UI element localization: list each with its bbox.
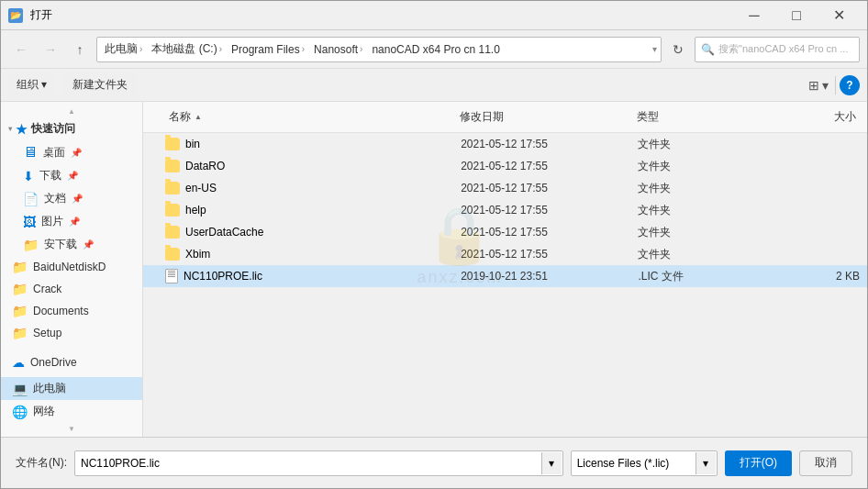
forward-button[interactable]: → bbox=[38, 37, 63, 62]
file-cell-bin-type: 文件夹 bbox=[638, 137, 785, 152]
main-content: ▲ ▾ ★ 快速访问 🖥 桌面 📌 ⬇ 下载 📌 📄 bbox=[1, 102, 867, 437]
back-button[interactable]: ← bbox=[8, 37, 34, 62]
sidebar-down-arrow: ▼ bbox=[68, 425, 75, 433]
maximize-button[interactable]: □ bbox=[775, 1, 818, 30]
file-row-dataro[interactable]: DataRO 2021-05-12 17:55 文件夹 bbox=[143, 155, 867, 177]
quick-access-star-icon: ★ bbox=[16, 122, 28, 137]
file-row-xbim[interactable]: Xbim 2021-05-12 17:55 文件夹 bbox=[143, 243, 867, 265]
file-cell-userdatacache-date: 2021-05-12 17:55 bbox=[461, 226, 638, 239]
sidebar-item-this-computer[interactable]: 💻 此电脑 bbox=[1, 377, 142, 400]
breadcrumb-sep-2: › bbox=[219, 44, 222, 54]
file-name-xbim: Xbim bbox=[185, 248, 210, 261]
desktop-pin-icon: 📌 bbox=[71, 148, 82, 158]
file-row-bin[interactable]: bin 2021-05-12 17:55 文件夹 bbox=[143, 133, 867, 155]
breadcrumb-sep-1: › bbox=[139, 44, 142, 54]
breadcrumb-sep-3: › bbox=[302, 44, 305, 54]
breadcrumb-program-files-label: Program Files bbox=[231, 43, 300, 56]
sidebar-item-baidu-label: BaiduNetdiskD bbox=[33, 261, 106, 273]
open-button[interactable]: 打开(O) bbox=[725, 450, 792, 476]
filename-label: 文件名(N): bbox=[16, 455, 67, 471]
column-name-header[interactable]: 名称 ▲ bbox=[165, 106, 456, 128]
file-cell-userdatacache-type: 文件夹 bbox=[638, 225, 785, 240]
breadcrumb-bar: 此电脑 › 本地磁盘 (C:) › Program Files › Nanoso… bbox=[96, 37, 662, 62]
breadcrumb-nanocad[interactable]: nanoCAD x64 Pro cn 11.0 bbox=[368, 41, 503, 58]
sidebar-scroll-up: ▲ bbox=[1, 106, 142, 117]
breadcrumb-program-files[interactable]: Program Files › bbox=[228, 41, 308, 58]
breadcrumb-nanocad-label: nanoCAD x64 Pro cn 11.0 bbox=[372, 43, 499, 56]
open-dialog: 📂 打开 ─ □ ✕ ← → ↑ 此电脑 › 本地磁盘 (C:) › Progr… bbox=[0, 0, 868, 489]
breadcrumb-c-drive[interactable]: 本地磁盘 (C:) › bbox=[148, 39, 226, 59]
column-name-label: 名称 bbox=[169, 109, 191, 125]
sidebar-item-an-download-label: 安下载 bbox=[44, 237, 77, 252]
file-row-nc110proe[interactable]: NC110PROE.lic 2019-10-21 23:51 .LIC 文件 2… bbox=[143, 265, 867, 287]
help-button[interactable]: ? bbox=[840, 75, 860, 95]
organize-label: 组织 ▾ bbox=[17, 77, 47, 93]
sidebar-item-an-download[interactable]: 📁 安下载 📌 bbox=[1, 233, 142, 256]
view-toggle-button[interactable]: ⊞ ▾ bbox=[806, 72, 831, 98]
organize-button[interactable]: 组织 ▾ bbox=[8, 72, 55, 97]
sidebar-item-downloads[interactable]: ⬇ 下载 📌 bbox=[1, 164, 142, 187]
file-cell-nc110proe-size: 2 KB bbox=[785, 270, 860, 283]
file-row-en-us[interactable]: en-US 2021-05-12 17:55 文件夹 bbox=[143, 177, 867, 199]
setup-icon: 📁 bbox=[12, 326, 28, 340]
column-size-header[interactable]: 大小 bbox=[782, 106, 860, 128]
breadcrumb-dropdown-arrow[interactable]: ▾ bbox=[652, 44, 657, 54]
file-name-help: help bbox=[185, 204, 206, 217]
file-list: bin 2021-05-12 17:55 文件夹 DataRO 2021-05-… bbox=[143, 133, 867, 437]
file-area: 名称 ▲ 修改日期 类型 大小 bbox=[143, 102, 867, 437]
file-name-bin: bin bbox=[185, 138, 200, 150]
sidebar-up-arrow: ▲ bbox=[68, 107, 75, 116]
folder-icon-bin bbox=[165, 138, 180, 150]
sidebar-scroll-down: ▼ bbox=[1, 423, 142, 435]
up-button[interactable]: ↑ bbox=[67, 37, 93, 62]
sidebar-spacer bbox=[1, 344, 142, 351]
action-buttons: 打开(O) 取消 bbox=[725, 450, 852, 476]
quick-access-label: 快速访问 bbox=[31, 121, 75, 137]
baidu-icon: 📁 bbox=[12, 260, 28, 274]
sidebar-quick-access-header[interactable]: ▾ ★ 快速访问 bbox=[1, 117, 142, 140]
filetype-select[interactable]: License Files (*.lic) bbox=[571, 450, 718, 476]
minimize-button[interactable]: ─ bbox=[733, 1, 775, 30]
file-cell-bin-date: 2021-05-12 17:55 bbox=[461, 138, 638, 150]
sidebar-item-documents[interactable]: 📄 文档 📌 bbox=[1, 187, 142, 210]
title-bar: 📂 打开 ─ □ ✕ bbox=[1, 1, 867, 30]
sidebar-item-crack[interactable]: 📁 Crack bbox=[1, 278, 142, 300]
sidebar-item-onedrive[interactable]: ☁ OneDrive bbox=[1, 351, 142, 373]
breadcrumb-computer[interactable]: 此电脑 › bbox=[101, 39, 146, 59]
sidebar-item-pictures-label: 图片 bbox=[41, 214, 63, 229]
sort-arrow: ▲ bbox=[195, 113, 202, 121]
filename-input[interactable] bbox=[74, 450, 563, 476]
cancel-button[interactable]: 取消 bbox=[799, 450, 852, 476]
file-row-help[interactable]: help 2021-05-12 17:55 文件夹 bbox=[143, 199, 867, 221]
sidebar-item-downloads-label: 下载 bbox=[39, 168, 61, 183]
sidebar-item-setup[interactable]: 📁 Setup bbox=[1, 322, 142, 344]
filename-dropdown-button[interactable]: ▾ bbox=[541, 452, 562, 474]
breadcrumb-nanosoft-label: Nanosoft bbox=[314, 43, 358, 56]
sidebar: ▲ ▾ ★ 快速访问 🖥 桌面 📌 ⬇ 下载 📌 📄 bbox=[1, 102, 143, 437]
file-cell-bin-name: bin bbox=[165, 138, 461, 150]
downloads-pin-icon: 📌 bbox=[67, 171, 78, 181]
bottom-bar: 文件名(N): ▾ License Files (*.lic) ▾ 打开(O) … bbox=[1, 437, 867, 488]
filetype-select-wrap: License Files (*.lic) ▾ bbox=[571, 450, 718, 476]
sidebar-item-pictures[interactable]: 🖼 图片 📌 bbox=[1, 210, 142, 233]
toolbar-divider bbox=[835, 76, 836, 94]
sidebar-item-baidu[interactable]: 📁 BaiduNetdiskD bbox=[1, 256, 142, 278]
breadcrumb-nanosoft[interactable]: Nanosoft › bbox=[310, 41, 366, 58]
search-box[interactable]: 🔍 搜索"nanoCAD x64 Pro cn ... bbox=[695, 37, 860, 62]
new-folder-label: 新建文件夹 bbox=[72, 77, 128, 93]
close-button[interactable]: ✕ bbox=[818, 1, 860, 30]
sidebar-item-documents-folder[interactable]: 📁 Documents bbox=[1, 300, 142, 322]
sidebar-item-network-label: 网络 bbox=[33, 404, 55, 419]
search-placeholder: 搜索"nanoCAD x64 Pro cn ... bbox=[718, 42, 848, 56]
new-folder-button[interactable]: 新建文件夹 bbox=[62, 72, 138, 97]
sidebar-item-network[interactable]: 🌐 网络 bbox=[1, 400, 142, 423]
file-cell-userdatacache-name: UserDataCache bbox=[165, 226, 461, 239]
column-date-header[interactable]: 修改日期 bbox=[456, 106, 633, 128]
column-type-header[interactable]: 类型 bbox=[633, 106, 782, 128]
file-name-userdatacache: UserDataCache bbox=[185, 226, 263, 239]
sidebar-item-desktop[interactable]: 🖥 桌面 📌 bbox=[1, 140, 142, 164]
file-row-userdatacache[interactable]: UserDataCache 2021-05-12 17:55 文件夹 bbox=[143, 221, 867, 243]
breadcrumb-computer-label: 此电脑 bbox=[105, 41, 138, 57]
refresh-button[interactable]: ↻ bbox=[665, 37, 691, 62]
sidebar-item-documents-folder-label: Documents bbox=[33, 305, 89, 317]
